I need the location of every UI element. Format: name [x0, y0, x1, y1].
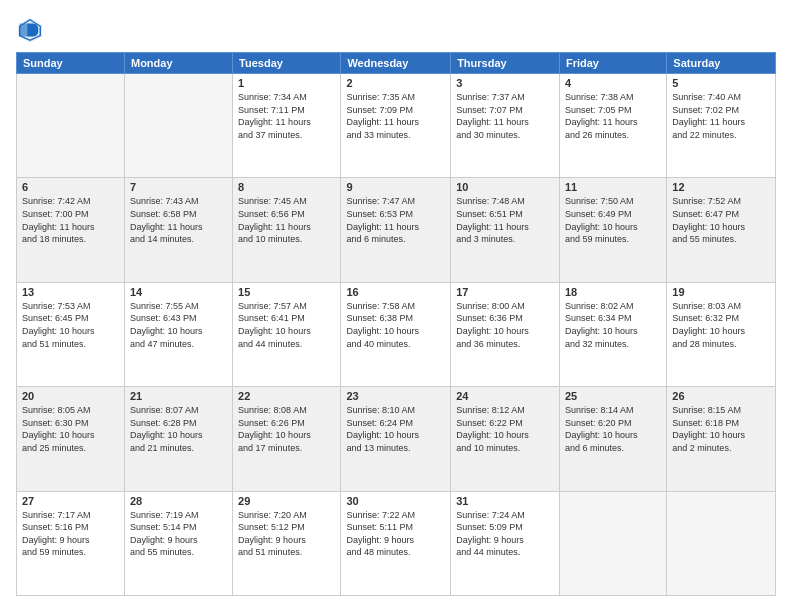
col-thursday: Thursday — [451, 53, 560, 74]
day-number: 6 — [22, 181, 119, 193]
day-info: Sunrise: 8:00 AM Sunset: 6:36 PM Dayligh… — [456, 300, 554, 350]
week-row-3: 13Sunrise: 7:53 AM Sunset: 6:45 PM Dayli… — [17, 282, 776, 386]
day-info: Sunrise: 7:53 AM Sunset: 6:45 PM Dayligh… — [22, 300, 119, 350]
day-info: Sunrise: 8:05 AM Sunset: 6:30 PM Dayligh… — [22, 404, 119, 454]
day-info: Sunrise: 8:08 AM Sunset: 6:26 PM Dayligh… — [238, 404, 335, 454]
day-cell: 27Sunrise: 7:17 AM Sunset: 5:16 PM Dayli… — [17, 491, 125, 595]
page: Sunday Monday Tuesday Wednesday Thursday… — [0, 0, 792, 612]
header — [16, 16, 776, 44]
day-number: 7 — [130, 181, 227, 193]
day-cell: 18Sunrise: 8:02 AM Sunset: 6:34 PM Dayli… — [559, 282, 666, 386]
day-info: Sunrise: 7:48 AM Sunset: 6:51 PM Dayligh… — [456, 195, 554, 245]
day-number: 13 — [22, 286, 119, 298]
day-number: 27 — [22, 495, 119, 507]
day-cell — [124, 74, 232, 178]
day-cell — [667, 491, 776, 595]
day-info: Sunrise: 7:20 AM Sunset: 5:12 PM Dayligh… — [238, 509, 335, 559]
day-number: 25 — [565, 390, 661, 402]
day-info: Sunrise: 8:12 AM Sunset: 6:22 PM Dayligh… — [456, 404, 554, 454]
day-info: Sunrise: 7:57 AM Sunset: 6:41 PM Dayligh… — [238, 300, 335, 350]
day-cell: 4Sunrise: 7:38 AM Sunset: 7:05 PM Daylig… — [559, 74, 666, 178]
day-number: 24 — [456, 390, 554, 402]
day-cell: 24Sunrise: 8:12 AM Sunset: 6:22 PM Dayli… — [451, 387, 560, 491]
day-cell: 16Sunrise: 7:58 AM Sunset: 6:38 PM Dayli… — [341, 282, 451, 386]
day-info: Sunrise: 8:02 AM Sunset: 6:34 PM Dayligh… — [565, 300, 661, 350]
day-cell: 10Sunrise: 7:48 AM Sunset: 6:51 PM Dayli… — [451, 178, 560, 282]
day-cell — [17, 74, 125, 178]
week-row-1: 1Sunrise: 7:34 AM Sunset: 7:11 PM Daylig… — [17, 74, 776, 178]
calendar: Sunday Monday Tuesday Wednesday Thursday… — [16, 52, 776, 596]
day-cell — [559, 491, 666, 595]
day-info: Sunrise: 7:19 AM Sunset: 5:14 PM Dayligh… — [130, 509, 227, 559]
day-info: Sunrise: 8:03 AM Sunset: 6:32 PM Dayligh… — [672, 300, 770, 350]
day-info: Sunrise: 7:17 AM Sunset: 5:16 PM Dayligh… — [22, 509, 119, 559]
day-cell: 1Sunrise: 7:34 AM Sunset: 7:11 PM Daylig… — [233, 74, 341, 178]
day-number: 12 — [672, 181, 770, 193]
week-row-2: 6Sunrise: 7:42 AM Sunset: 7:00 PM Daylig… — [17, 178, 776, 282]
day-cell: 6Sunrise: 7:42 AM Sunset: 7:00 PM Daylig… — [17, 178, 125, 282]
day-info: Sunrise: 7:38 AM Sunset: 7:05 PM Dayligh… — [565, 91, 661, 141]
day-cell: 2Sunrise: 7:35 AM Sunset: 7:09 PM Daylig… — [341, 74, 451, 178]
day-cell: 8Sunrise: 7:45 AM Sunset: 6:56 PM Daylig… — [233, 178, 341, 282]
day-number: 10 — [456, 181, 554, 193]
day-cell: 19Sunrise: 8:03 AM Sunset: 6:32 PM Dayli… — [667, 282, 776, 386]
col-monday: Monday — [124, 53, 232, 74]
week-row-5: 27Sunrise: 7:17 AM Sunset: 5:16 PM Dayli… — [17, 491, 776, 595]
day-number: 16 — [346, 286, 445, 298]
col-tuesday: Tuesday — [233, 53, 341, 74]
day-cell: 11Sunrise: 7:50 AM Sunset: 6:49 PM Dayli… — [559, 178, 666, 282]
day-info: Sunrise: 7:58 AM Sunset: 6:38 PM Dayligh… — [346, 300, 445, 350]
day-number: 31 — [456, 495, 554, 507]
logo-icon — [16, 16, 44, 44]
day-cell: 5Sunrise: 7:40 AM Sunset: 7:02 PM Daylig… — [667, 74, 776, 178]
day-info: Sunrise: 8:07 AM Sunset: 6:28 PM Dayligh… — [130, 404, 227, 454]
day-number: 3 — [456, 77, 554, 89]
day-cell: 29Sunrise: 7:20 AM Sunset: 5:12 PM Dayli… — [233, 491, 341, 595]
day-number: 2 — [346, 77, 445, 89]
day-cell: 17Sunrise: 8:00 AM Sunset: 6:36 PM Dayli… — [451, 282, 560, 386]
day-info: Sunrise: 7:34 AM Sunset: 7:11 PM Dayligh… — [238, 91, 335, 141]
day-cell: 31Sunrise: 7:24 AM Sunset: 5:09 PM Dayli… — [451, 491, 560, 595]
day-info: Sunrise: 8:10 AM Sunset: 6:24 PM Dayligh… — [346, 404, 445, 454]
day-cell: 23Sunrise: 8:10 AM Sunset: 6:24 PM Dayli… — [341, 387, 451, 491]
day-info: Sunrise: 8:15 AM Sunset: 6:18 PM Dayligh… — [672, 404, 770, 454]
day-info: Sunrise: 7:45 AM Sunset: 6:56 PM Dayligh… — [238, 195, 335, 245]
day-info: Sunrise: 7:22 AM Sunset: 5:11 PM Dayligh… — [346, 509, 445, 559]
day-cell: 28Sunrise: 7:19 AM Sunset: 5:14 PM Dayli… — [124, 491, 232, 595]
day-info: Sunrise: 7:52 AM Sunset: 6:47 PM Dayligh… — [672, 195, 770, 245]
col-sunday: Sunday — [17, 53, 125, 74]
day-number: 5 — [672, 77, 770, 89]
day-number: 1 — [238, 77, 335, 89]
day-number: 19 — [672, 286, 770, 298]
day-info: Sunrise: 7:55 AM Sunset: 6:43 PM Dayligh… — [130, 300, 227, 350]
day-info: Sunrise: 8:14 AM Sunset: 6:20 PM Dayligh… — [565, 404, 661, 454]
header-row: Sunday Monday Tuesday Wednesday Thursday… — [17, 53, 776, 74]
day-info: Sunrise: 7:43 AM Sunset: 6:58 PM Dayligh… — [130, 195, 227, 245]
day-number: 18 — [565, 286, 661, 298]
day-cell: 22Sunrise: 8:08 AM Sunset: 6:26 PM Dayli… — [233, 387, 341, 491]
day-cell: 21Sunrise: 8:07 AM Sunset: 6:28 PM Dayli… — [124, 387, 232, 491]
day-number: 15 — [238, 286, 335, 298]
day-cell: 7Sunrise: 7:43 AM Sunset: 6:58 PM Daylig… — [124, 178, 232, 282]
day-number: 20 — [22, 390, 119, 402]
logo — [16, 16, 48, 44]
day-cell: 26Sunrise: 8:15 AM Sunset: 6:18 PM Dayli… — [667, 387, 776, 491]
day-cell: 25Sunrise: 8:14 AM Sunset: 6:20 PM Dayli… — [559, 387, 666, 491]
day-cell: 30Sunrise: 7:22 AM Sunset: 5:11 PM Dayli… — [341, 491, 451, 595]
day-cell: 15Sunrise: 7:57 AM Sunset: 6:41 PM Dayli… — [233, 282, 341, 386]
day-info: Sunrise: 7:24 AM Sunset: 5:09 PM Dayligh… — [456, 509, 554, 559]
day-cell: 20Sunrise: 8:05 AM Sunset: 6:30 PM Dayli… — [17, 387, 125, 491]
day-number: 11 — [565, 181, 661, 193]
day-number: 4 — [565, 77, 661, 89]
col-friday: Friday — [559, 53, 666, 74]
day-number: 30 — [346, 495, 445, 507]
day-number: 22 — [238, 390, 335, 402]
day-number: 8 — [238, 181, 335, 193]
day-info: Sunrise: 7:35 AM Sunset: 7:09 PM Dayligh… — [346, 91, 445, 141]
day-number: 26 — [672, 390, 770, 402]
svg-rect-2 — [20, 23, 27, 36]
day-number: 21 — [130, 390, 227, 402]
day-number: 9 — [346, 181, 445, 193]
day-info: Sunrise: 7:37 AM Sunset: 7:07 PM Dayligh… — [456, 91, 554, 141]
day-info: Sunrise: 7:50 AM Sunset: 6:49 PM Dayligh… — [565, 195, 661, 245]
